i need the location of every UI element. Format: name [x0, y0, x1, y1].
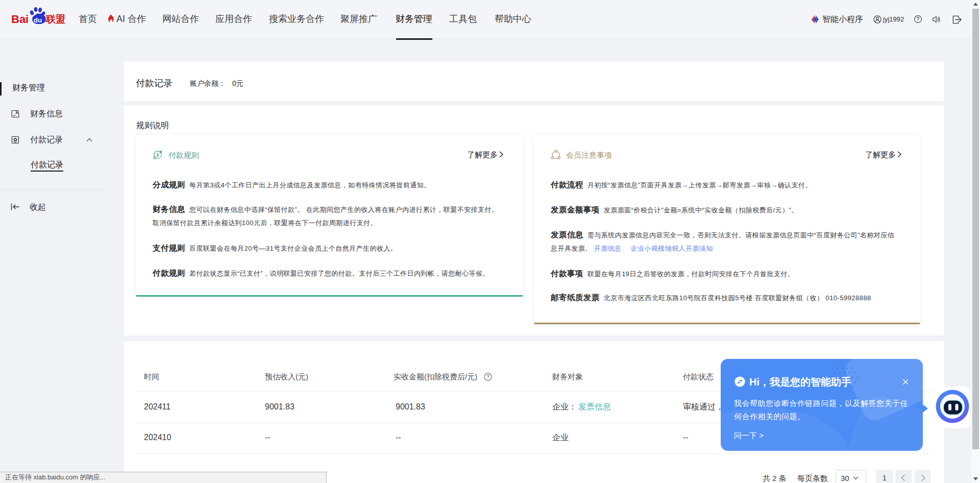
svg-text:du: du — [34, 16, 42, 24]
